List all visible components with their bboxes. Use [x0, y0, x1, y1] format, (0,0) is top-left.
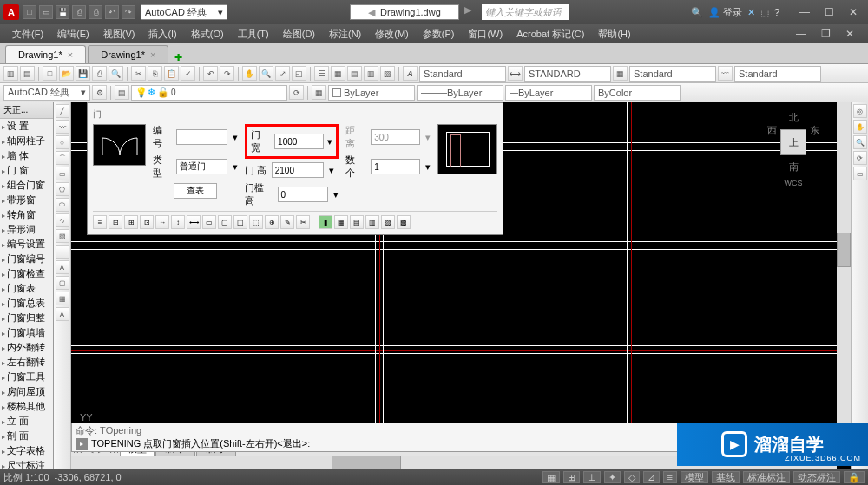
sb-std-dim[interactable]: 标准标注 [743, 471, 790, 483]
sb-polar-icon[interactable]: ✦ [604, 471, 621, 483]
menu-param[interactable]: 参数(P) [418, 26, 460, 43]
rect-icon[interactable]: ▭ [56, 167, 69, 180]
table-icon[interactable]: ▦ [56, 292, 69, 305]
viewcube[interactable]: 北 西上东 南 WCS [767, 111, 819, 172]
ptb-icon[interactable]: ✎ [280, 215, 294, 229]
plotstyle-dropdown[interactable]: ByColor [594, 85, 681, 101]
text-a-icon[interactable]: A [403, 66, 418, 81]
mm-icon[interactable]: ▨ [380, 66, 395, 81]
arc-icon[interactable]: ⌒ [56, 151, 69, 165]
menu-format[interactable]: 格式(O) [186, 26, 229, 43]
maximize-button[interactable]: ☐ [818, 4, 840, 20]
nav-orbit-icon[interactable]: ⟳ [853, 151, 867, 165]
qat-redo-icon[interactable]: ↷ [122, 5, 135, 19]
ptb-icon[interactable]: ▮ [319, 215, 332, 229]
tz-item[interactable]: 门窗表 [0, 281, 53, 296]
new-tab-button[interactable]: ✚ [170, 52, 186, 63]
ptb-icon[interactable]: ≡ [93, 215, 107, 229]
qat-open-icon[interactable]: ▭ [39, 5, 53, 19]
sb-lwt-icon[interactable]: ≡ [663, 471, 677, 483]
layer-mgr-icon[interactable]: ▤ [115, 85, 129, 100]
tz-item[interactable]: 门窗检查 [0, 266, 53, 281]
close-button[interactable]: ✕ [842, 4, 865, 20]
menu-view[interactable]: 视图(V) [98, 26, 141, 43]
tz-item[interactable]: 编号设置 [0, 237, 53, 252]
qat-saveas-icon[interactable]: ⎙ [72, 5, 86, 19]
ptb-icon[interactable]: ⟷ [187, 215, 201, 229]
sill-height-input[interactable]: 0 [278, 187, 328, 202]
region-icon[interactable]: ▢ [56, 276, 69, 290]
sb-ortho-icon[interactable]: ⊥ [583, 471, 601, 483]
text-style-dropdown[interactable]: Standard [419, 66, 506, 82]
zoom-icon[interactable]: 🔍 [259, 66, 273, 81]
ptb-icon[interactable]: ⬚ [249, 215, 263, 229]
tz-item[interactable]: 墙 体 [0, 148, 53, 163]
close-icon[interactable]: × [68, 49, 73, 60]
ptb-icon[interactable]: ◫ [233, 215, 247, 229]
door-width-input[interactable]: 1000 [274, 134, 324, 149]
tz-item[interactable]: 楼梯其他 [0, 399, 53, 414]
tz-item[interactable]: 门 窗 [0, 163, 53, 178]
cut-icon[interactable]: ✂ [131, 66, 146, 81]
sb-scale[interactable]: 比例 1:100 [3, 471, 49, 484]
vscrollbar[interactable] [837, 102, 851, 442]
tz-item[interactable]: 剖 面 [0, 429, 53, 443]
ptb-icon[interactable]: ⊕ [265, 215, 279, 229]
pan-icon[interactable]: ✋ [242, 66, 257, 81]
doc-minimize-button[interactable]: — [790, 26, 812, 42]
menu-draw[interactable]: 绘图(D) [278, 26, 320, 43]
tp-icon[interactable]: ▤ [347, 66, 362, 81]
pline-icon[interactable]: 〰 [56, 120, 69, 134]
count-input[interactable]: 1 [371, 159, 420, 174]
nav-wheel-icon[interactable]: ◎ [853, 104, 867, 118]
ptb-icon[interactable]: ▢ [218, 215, 232, 229]
menu-acrobat[interactable]: Acrobat 标记(C) [511, 26, 589, 43]
circle-icon[interactable]: ○ [56, 135, 69, 149]
color-dropdown[interactable]: ByLayer [328, 85, 415, 101]
match-icon[interactable]: ✓ [181, 66, 195, 81]
tz-item[interactable]: 组合门窗 [0, 178, 53, 193]
tz-item[interactable]: 立 面 [0, 414, 53, 429]
sb-model[interactable]: 模型 [681, 471, 708, 483]
nav-show-icon[interactable]: ▭ [853, 167, 867, 180]
dim-style-dropdown[interactable]: STANDARD [524, 66, 611, 82]
linetype-dropdown[interactable]: ——— ByLayer [417, 85, 503, 101]
ellipse-icon[interactable]: ⬭ [56, 198, 69, 212]
t1-btn[interactable]: ▤ [20, 66, 35, 81]
qat-undo-icon[interactable]: ↶ [105, 5, 119, 19]
menu-window[interactable]: 窗口(W) [463, 26, 508, 43]
t1-btn[interactable]: ▥ [3, 66, 18, 81]
ptb-icon[interactable]: ⊡ [140, 215, 154, 229]
tz-item[interactable]: 门窗工具 [0, 370, 53, 384]
ptb-icon[interactable]: ▭ [202, 215, 216, 229]
hatch-icon[interactable]: ▨ [56, 229, 69, 243]
table-icon[interactable]: ▦ [613, 66, 628, 81]
door-height-input[interactable]: 2100 [272, 162, 324, 178]
tz-item[interactable]: 文字表格 [0, 443, 53, 458]
door-elev-preview[interactable] [437, 124, 497, 174]
save-icon[interactable]: 💾 [76, 66, 90, 81]
dc-icon[interactable]: ▦ [331, 66, 345, 81]
close-icon[interactable]: × [150, 49, 155, 60]
menu-tools[interactable]: 工具(T) [233, 26, 274, 43]
ptb-icon[interactable]: ▩ [397, 215, 411, 229]
ptb-icon[interactable]: ↔ [155, 215, 169, 229]
menu-modify[interactable]: 修改(M) [370, 26, 414, 43]
dim-icon[interactable]: ⟷ [508, 66, 523, 81]
paste-icon[interactable]: 📋 [164, 66, 179, 81]
sb-otrack-icon[interactable]: ⊿ [643, 471, 660, 483]
new-icon[interactable]: □ [43, 66, 57, 81]
qat-print-icon[interactable]: ⎙ [89, 5, 102, 19]
doc-close-button[interactable]: ✕ [838, 26, 861, 42]
number-input[interactable] [176, 129, 227, 145]
sb-baseline[interactable]: 基线 [712, 471, 740, 483]
menu-insert[interactable]: 插入(I) [143, 26, 181, 43]
color-icon[interactable]: ▦ [312, 85, 326, 100]
preview-icon[interactable]: 🔍 [108, 66, 123, 81]
tz-item[interactable]: 带形窗 [0, 193, 53, 207]
doc-tab-1[interactable]: Drawing1*× [5, 45, 86, 63]
sb-grid-icon[interactable]: ▦ [542, 471, 560, 483]
ptb-icon[interactable]: ⊟ [108, 215, 122, 229]
ptb-icon[interactable]: ▥ [365, 215, 379, 229]
tz-item[interactable]: 设 置 [0, 119, 53, 134]
